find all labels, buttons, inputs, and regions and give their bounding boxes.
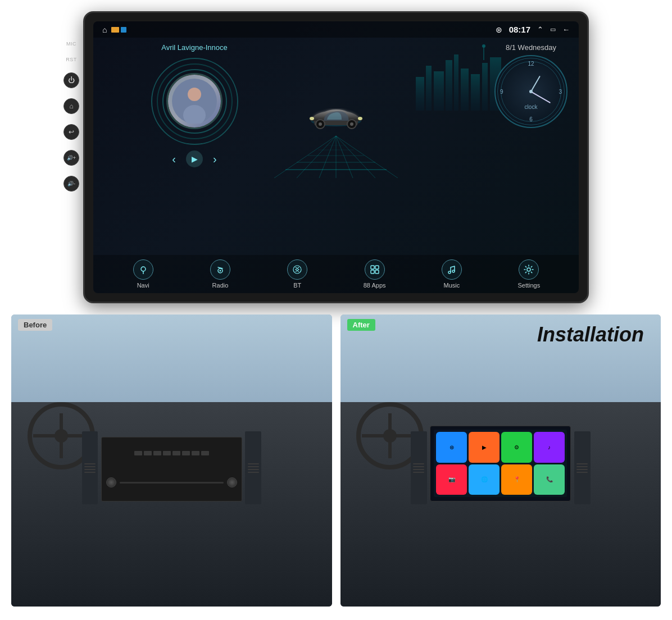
after-photo: ⊛ ▶ ⚙ ♪ 📷 🌐 📍 📞 [340, 314, 661, 607]
app-icon-7: 📍 [501, 464, 532, 495]
svg-rect-4 [454, 54, 458, 111]
svg-line-34 [297, 136, 336, 178]
nav-item-music[interactable]: Music [432, 259, 471, 289]
status-right: ⊛ 08:17 ⌃ ▭ ← [496, 25, 570, 34]
center-animation [274, 99, 398, 178]
app-icon-8: 📞 [534, 464, 565, 495]
clock-label: clock [525, 104, 538, 110]
after-label: After [347, 319, 375, 331]
navi-icon [133, 259, 153, 280]
svg-rect-47 [371, 270, 374, 273]
svg-rect-5 [461, 69, 469, 111]
radio-icon [210, 259, 230, 280]
svg-point-23 [319, 122, 322, 126]
svg-line-35 [319, 136, 336, 178]
apps-icon [365, 259, 385, 280]
music-label: Music [444, 282, 460, 289]
svg-point-16 [482, 44, 485, 48]
rst-label: RST [63, 57, 79, 62]
play-button[interactable]: ▶ [186, 151, 203, 167]
svg-point-26 [310, 117, 314, 120]
vol-up-button[interactable]: 🔊+ [63, 150, 79, 166]
installation-title: Installation [537, 323, 644, 347]
svg-rect-15 [483, 46, 484, 60]
mic-label: MIC [63, 41, 79, 47]
svg-rect-48 [375, 270, 379, 273]
svg-point-25 [358, 117, 362, 120]
before-block: Before [11, 314, 332, 607]
bt-icon [287, 259, 307, 280]
date-display: 8/1 Wednesday [506, 43, 556, 52]
next-button[interactable]: › [213, 153, 217, 166]
svg-rect-6 [471, 74, 480, 111]
svg-point-50 [452, 270, 455, 272]
home-side-button[interactable]: ⌂ [63, 98, 79, 114]
svg-point-49 [448, 271, 451, 273]
status-left: ⌂ [102, 25, 126, 34]
apps-label: 88 Apps [364, 282, 386, 289]
perspective-grid [274, 133, 398, 178]
bottom-section: Before [0, 309, 672, 612]
settings-label: Settings [517, 282, 540, 289]
nav-item-apps[interactable]: 88 Apps [355, 259, 394, 289]
svg-point-51 [527, 268, 530, 271]
status-bar: ⌂ ⊛ 08:17 ⌃ ▭ ← [93, 21, 579, 38]
music-controls: ‹ ▶ › [172, 151, 216, 167]
vinyl-container [149, 56, 239, 146]
prev-button[interactable]: ‹ [172, 153, 176, 166]
main-content: Avril Lavigne-Innoce [93, 38, 579, 255]
svg-rect-7 [482, 63, 488, 111]
svg-line-38 [336, 136, 375, 178]
vinyl-ring-inner [162, 69, 227, 134]
play-icon: ▶ [192, 154, 198, 163]
app-icon-3: ⚙ [501, 432, 532, 462]
clock-num-3: 3 [559, 89, 562, 95]
app-icon-1: ⊛ [436, 432, 467, 462]
clock-num-6: 6 [529, 116, 533, 122]
music-section: Avril Lavigne-Innoce [105, 43, 284, 167]
nav-item-settings[interactable]: Settings [509, 259, 548, 289]
svg-rect-3 [446, 60, 452, 111]
power-button[interactable]: ⏻ [63, 72, 79, 88]
radio-label: Radio [212, 282, 229, 289]
window-icon: ▭ [550, 26, 556, 33]
chevron-up-icon: ⌃ [537, 25, 543, 34]
bt-label: BT [293, 282, 301, 289]
after-vent-right [574, 431, 591, 504]
settings-icon [519, 259, 539, 280]
time-display: 08:17 [509, 25, 530, 34]
before-label: Before [18, 319, 52, 331]
svg-point-44 [293, 266, 301, 273]
svg-line-33 [274, 136, 336, 178]
before-old-radio [101, 437, 242, 501]
screen: ⌂ ⊛ 08:17 ⌃ ▭ ← [93, 21, 579, 293]
analog-clock: 12 3 6 9 clock [494, 55, 567, 128]
clock-num-12: 12 [528, 61, 534, 67]
nav-item-navi[interactable]: Navi [124, 259, 163, 289]
app-icons [111, 27, 126, 33]
app-icon-6: 🌐 [469, 464, 500, 495]
after-vent-left [411, 431, 427, 504]
new-unit-screen: ⊛ ▶ ⚙ ♪ 📷 🌐 📍 📞 [434, 430, 567, 497]
svg-line-39 [336, 136, 398, 178]
svg-rect-0 [416, 77, 424, 111]
nav-bar: Navi Radio [93, 255, 579, 293]
svg-point-40 [141, 267, 146, 271]
car-svg [302, 99, 370, 133]
svg-point-24 [350, 122, 353, 126]
vol-down-button[interactable]: 🔊- [63, 176, 79, 192]
clock-center-dot [529, 90, 533, 93]
song-title: Avril Lavigne-Innoce [161, 43, 228, 52]
after-new-unit: ⊛ ▶ ⚙ ♪ 📷 🌐 📍 📞 [430, 426, 571, 502]
back-side-button[interactable]: ↩ [63, 124, 79, 140]
svg-rect-1 [426, 66, 432, 111]
back-icon: ← [562, 25, 570, 34]
nav-item-bt[interactable]: BT [278, 259, 317, 289]
bluetooth-icon: ⊛ [496, 25, 502, 34]
app-icon-4: ♪ [534, 432, 565, 462]
nav-item-radio[interactable]: Radio [201, 259, 240, 289]
svg-rect-46 [375, 266, 379, 269]
side-controls: MIC RST ⏻ ⌂ ↩ 🔊+ 🔊- [63, 41, 79, 192]
clock-section: 8/1 Wednesday 12 3 6 9 clock [494, 43, 567, 128]
svg-rect-45 [371, 266, 374, 269]
